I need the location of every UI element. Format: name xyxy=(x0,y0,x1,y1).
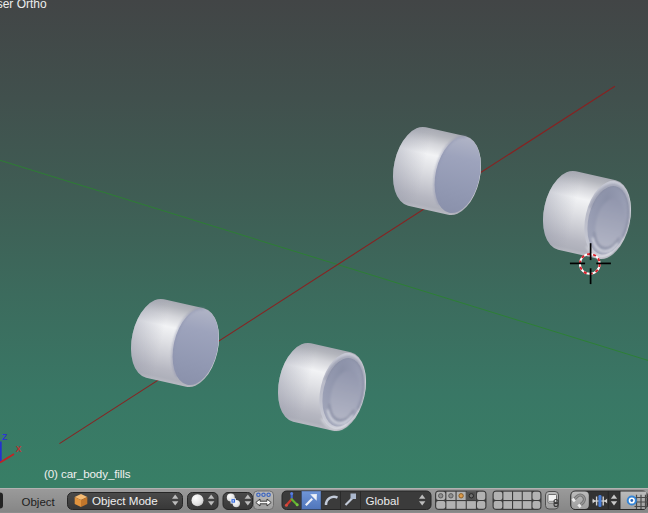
svg-text:Object Mode: Object Mode xyxy=(92,494,158,507)
svg-text:Object: Object xyxy=(22,496,56,508)
svg-text:Global: Global xyxy=(366,494,400,507)
svg-text:X: X xyxy=(16,444,22,454)
svg-text:Z: Z xyxy=(2,432,7,442)
